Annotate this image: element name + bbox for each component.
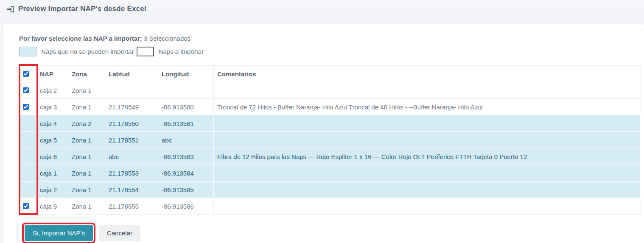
page-header: Preview Importar NAP's desde Excel <box>0 0 644 24</box>
row-checkbox-cell <box>20 165 36 182</box>
table-row: caja 9 Zona 1 21.178555 -86.913586 <box>20 198 641 215</box>
cell-comentarios <box>214 182 641 198</box>
cancel-button[interactable]: Cancelar <box>99 225 140 241</box>
cell-longitud: -86.913581 <box>158 115 214 132</box>
legend-swatch-importable <box>137 47 154 56</box>
table-header-row: NAP Zona Latitud Longitud Comentarios <box>20 66 641 82</box>
row-checkbox-cell <box>20 182 36 198</box>
header-nap: NAP <box>36 66 68 82</box>
cell-comentarios <box>214 82 641 99</box>
cell-latitud: 21.178550 <box>105 115 158 132</box>
header-zona: Zona <box>68 66 105 82</box>
cell-nap: caja 1 <box>36 165 68 182</box>
cell-comentarios <box>214 115 641 132</box>
row-checkbox-cell <box>20 82 36 99</box>
cell-latitud: 21.178555 <box>105 198 158 215</box>
selection-summary: Por favor seleccione las NAP a importar:… <box>19 35 641 42</box>
cell-zona: Zona 1 <box>68 165 105 182</box>
legend-label-blocked: Naps que no se pueden importar <box>41 48 134 55</box>
cell-nap: caja 2 <box>36 82 68 99</box>
cell-latitud <box>105 82 158 99</box>
row-checkbox-cell <box>20 148 36 165</box>
cell-nap: caja 4 <box>36 115 68 132</box>
cell-nap: caja 3 <box>36 99 68 115</box>
table-row: caja 1 Zona 1 21.178553 -86.913584 <box>20 165 641 182</box>
table-row: caja 5 Zona 1 21.178551 abc <box>20 132 641 148</box>
cell-comentarios: Troncal de 72 Hilos - Buffer Naranja- Hi… <box>214 99 641 115</box>
row-checkbox-cell <box>20 115 36 132</box>
cell-longitud: abc <box>158 132 214 148</box>
select-all-checkbox[interactable] <box>23 71 29 77</box>
header-latitud: Latitud <box>105 66 158 82</box>
cell-comentarios <box>214 165 641 182</box>
cell-zona: Zona 1 <box>68 198 105 215</box>
table-row: caja 2 Zona 1 21.178554 -86.913585 <box>20 182 641 198</box>
row-checkbox[interactable] <box>23 104 29 110</box>
page-title: Preview Importar NAP's desde Excel <box>18 5 146 13</box>
nap-table: NAP Zona Latitud Longitud Comentarios ca… <box>19 65 641 215</box>
table-row: caja 3 Zona 1 21.178549 -86.913580 Tronc… <box>20 99 641 115</box>
cell-comentarios: Fibra de 12 Hilos para las Naps --- Rojo… <box>214 148 641 165</box>
legend-swatch-blocked <box>19 47 36 56</box>
action-buttons: Si, Importar NAP's Cancelar <box>25 225 641 241</box>
selection-label: Por favor seleccione las NAP a importar: <box>19 35 142 42</box>
cell-longitud: -86.913585 <box>158 182 214 198</box>
content-card: Por favor seleccione las NAP a importar:… <box>3 24 644 243</box>
cell-comentarios <box>214 198 641 215</box>
cell-latitud: 21.178549 <box>105 99 158 115</box>
cell-comentarios <box>214 132 641 148</box>
cell-zona: Zona 1 <box>68 99 105 115</box>
cell-zona: Zona 1 <box>68 148 105 165</box>
table-row: caja 4 Zona 2 21.178550 -86.913581 <box>20 115 641 132</box>
table-row: caja 2 Zona 1 <box>20 82 641 99</box>
cell-zona: Zona 1 <box>68 132 105 148</box>
cell-latitud: 21.178553 <box>105 165 158 182</box>
cell-longitud: -86.913586 <box>158 198 214 215</box>
row-checkbox[interactable] <box>23 87 29 93</box>
cell-zona: Zona 1 <box>68 182 105 198</box>
import-button[interactable]: Si, Importar NAP's <box>25 225 93 241</box>
cell-longitud: -86.913580 <box>158 99 214 115</box>
cell-nap: caja 9 <box>36 198 68 215</box>
cell-longitud: -86.913583 <box>158 148 214 165</box>
select-all-cell <box>20 66 36 82</box>
row-checkbox-cell <box>20 198 36 215</box>
row-checkbox[interactable] <box>23 203 29 209</box>
cell-latitud: 21.178554 <box>105 182 158 198</box>
header-longitud: Longitud <box>158 66 214 82</box>
cell-longitud: -86.913584 <box>158 165 214 182</box>
row-checkbox-cell <box>20 99 36 115</box>
legend: Naps que no se pueden importar Naps a im… <box>19 47 641 56</box>
cell-latitud: abc <box>105 148 158 165</box>
header-comentarios: Comentarios <box>214 66 641 82</box>
table-row: caja 6 Zona 1 abc -86.913583 Fibra de 12… <box>20 148 641 165</box>
cell-nap: caja 2 <box>36 182 68 198</box>
cell-latitud: 21.178551 <box>105 132 158 148</box>
selection-count: 3 Seleccionados <box>144 35 190 42</box>
cell-zona: Zona 1 <box>68 82 105 99</box>
cell-zona: Zona 2 <box>68 115 105 132</box>
cell-nap: caja 6 <box>36 148 68 165</box>
cell-longitud <box>158 82 214 99</box>
row-checkbox-cell <box>20 132 36 148</box>
cell-nap: caja 5 <box>36 132 68 148</box>
legend-label-importable: Naps a importar <box>158 48 204 55</box>
sign-in-icon <box>6 5 14 15</box>
